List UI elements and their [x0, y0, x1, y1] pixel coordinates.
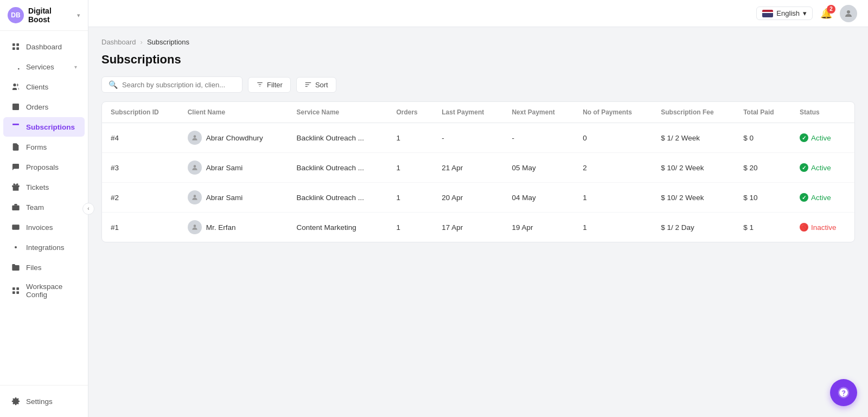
svg-rect-16 — [16, 287, 19, 290]
search-box: 🔍 — [101, 76, 242, 93]
cell-next-payment: 04 May — [503, 183, 574, 213]
sidebar-item-integrations[interactable]: Integrations — [3, 238, 85, 257]
svg-rect-2 — [12, 47, 15, 50]
cell-service: Backlink Outreach ... — [288, 123, 388, 153]
integrations-label: Integrations — [26, 243, 77, 252]
sidebar-item-workspace-config[interactable]: Workspace Config — [3, 278, 85, 304]
breadcrumb-current: Subscriptions — [147, 38, 189, 46]
filter-button[interactable]: Filter — [248, 77, 291, 93]
cell-client: Abrar Sami — [179, 183, 288, 213]
integrations-icon — [11, 242, 21, 252]
services-chevron-icon: ▾ — [74, 64, 77, 70]
svg-rect-6 — [12, 104, 19, 110]
cell-orders: 1 — [387, 153, 433, 183]
filter-icon — [256, 81, 264, 88]
invoices-label: Invoices — [26, 223, 77, 232]
cell-orders: 1 — [387, 123, 433, 153]
invoices-icon — [11, 222, 21, 232]
cell-id: #1 — [102, 213, 179, 242]
table-row[interactable]: #2 Abrar Sami Backlink Outreach ... 1 20… — [102, 183, 854, 213]
status-badge: ✓ Active — [800, 163, 846, 172]
table-row[interactable]: #3 Abrar Sami Backlink Outreach ... 1 21… — [102, 153, 854, 183]
sidebar-item-services[interactable]: Services ▾ — [3, 57, 85, 76]
dashboard-label: Dashboard — [26, 43, 77, 51]
search-icon: 🔍 — [108, 80, 118, 89]
forms-icon — [11, 142, 21, 152]
notifications-badge: 2 — [827, 5, 835, 14]
topbar: English ▾ 🔔 2 — [88, 0, 868, 27]
cell-fee: $ 10/ 2 Week — [652, 183, 735, 213]
sort-button[interactable]: Sort — [296, 77, 336, 93]
sidebar-item-team[interactable]: Team — [3, 197, 85, 217]
brand-name: Digital Boost — [28, 7, 73, 24]
cell-next-payment: 05 May — [503, 153, 574, 183]
cell-last-payment: 17 Apr — [433, 213, 503, 242]
col-next-payment: Next Payment — [503, 102, 574, 123]
client-avatar — [188, 161, 202, 175]
cell-id: #4 — [102, 123, 179, 153]
sidebar-item-subscriptions[interactable]: Subscriptions — [3, 117, 85, 137]
cell-no-payments: 1 — [574, 213, 652, 242]
sidebar-header[interactable]: DB Digital Boost ▾ — [0, 0, 88, 31]
sidebar-item-invoices[interactable]: Invoices — [3, 217, 85, 237]
dashboard-icon — [11, 42, 21, 52]
language-label: English — [776, 9, 800, 17]
sidebar-item-clients[interactable]: Clients — [3, 77, 85, 97]
support-icon — [837, 386, 851, 400]
sidebar: DB Digital Boost ▾ ‹ Dashboard Services … — [0, 0, 88, 417]
status-active-icon: ✓ — [800, 133, 808, 142]
sidebar-item-forms[interactable]: Forms — [3, 137, 85, 157]
language-selector[interactable]: English ▾ — [756, 7, 813, 20]
svg-rect-7 — [12, 124, 19, 125]
sidebar-item-settings[interactable]: Settings — [3, 392, 85, 411]
user-avatar[interactable] — [840, 5, 857, 22]
client-avatar — [188, 131, 202, 145]
svg-rect-0 — [12, 43, 15, 46]
col-client-name: Client Name — [179, 102, 288, 123]
sidebar-collapse-button[interactable]: ‹ — [82, 203, 94, 215]
notifications-button[interactable]: 🔔 2 — [820, 8, 832, 20]
cell-next-payment: 19 Apr — [503, 213, 574, 242]
sidebar-item-dashboard[interactable]: Dashboard — [3, 37, 85, 56]
filter-label: Filter — [267, 81, 283, 89]
cell-next-payment: - — [503, 123, 574, 153]
cell-orders: 1 — [387, 183, 433, 213]
language-chevron-icon: ▾ — [803, 9, 807, 17]
breadcrumb: Dashboard › Subscriptions — [101, 38, 855, 46]
svg-point-28 — [193, 165, 196, 168]
svg-rect-1 — [16, 43, 19, 46]
svg-rect-3 — [16, 47, 19, 50]
table-row[interactable]: #1 Mr. Erfan Content Marketing 1 17 Apr … — [102, 213, 854, 242]
status-badge: ✓ Active — [800, 193, 846, 202]
status-active-icon: ✓ — [800, 163, 808, 172]
proposals-icon — [11, 162, 21, 172]
status-inactive-icon: 🚫 — [800, 223, 808, 232]
support-button[interactable] — [830, 379, 857, 406]
cell-status: 🚫 Inactive — [791, 213, 854, 242]
sidebar-item-files[interactable]: Files — [3, 258, 85, 277]
cell-service: Backlink Outreach ... — [288, 183, 388, 213]
breadcrumb-parent: Dashboard — [101, 38, 136, 46]
orders-icon — [11, 102, 21, 112]
files-label: Files — [26, 264, 77, 272]
table-row[interactable]: #4 Abrar Chowdhury Backlink Outreach ...… — [102, 123, 854, 153]
sidebar-item-tickets[interactable]: Tickets — [3, 177, 85, 197]
svg-point-30 — [193, 224, 196, 227]
status-active-icon: ✓ — [800, 193, 808, 202]
cell-id: #3 — [102, 153, 179, 183]
cell-fee: $ 10/ 2 Week — [652, 153, 735, 183]
cell-id: #2 — [102, 183, 179, 213]
flag-icon — [762, 10, 773, 17]
tickets-icon — [11, 182, 21, 192]
svg-rect-12 — [12, 224, 19, 229]
search-input[interactable] — [122, 81, 235, 89]
sidebar-item-proposals[interactable]: Proposals — [3, 157, 85, 177]
svg-rect-18 — [16, 291, 19, 294]
client-name: Abrar Chowdhury — [206, 134, 263, 142]
settings-icon — [11, 396, 21, 406]
breadcrumb-separator: › — [141, 38, 143, 46]
sidebar-item-orders[interactable]: Orders — [3, 97, 85, 117]
svg-rect-17 — [12, 291, 15, 294]
svg-point-20 — [847, 10, 850, 14]
cell-status: ✓ Active — [791, 123, 854, 153]
